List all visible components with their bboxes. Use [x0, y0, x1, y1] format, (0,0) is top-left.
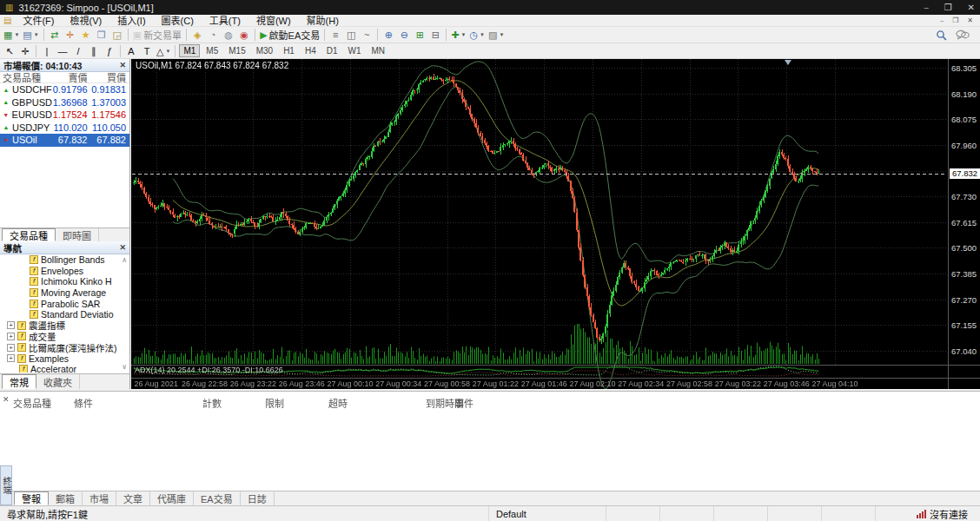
navigator-item-1[interactable]: fEnvelopes — [0, 266, 129, 277]
terminal-side-tab[interactable]: 終端 — [0, 465, 12, 505]
chart-shift-marker[interactable] — [785, 60, 791, 65]
arrows-button[interactable]: △▼ — [155, 44, 172, 58]
market-watch-tab-即時圖[interactable]: 即時圖 — [56, 228, 99, 241]
navigator-close-icon[interactable]: ✕ — [119, 243, 126, 252]
channel-button[interactable]: ∥ — [86, 44, 102, 58]
navigator-item-4[interactable]: fParabolic SAR — [0, 298, 129, 309]
window-list-button[interactable]: ❐ — [94, 28, 109, 42]
navigator-item-3[interactable]: fMoving Average — [0, 287, 129, 299]
market-watch-row-usdjpy[interactable]: ▲USDJPY110.020110.050 — [0, 122, 129, 135]
terminal-tab-文章[interactable]: 文章 — [116, 491, 150, 505]
bars-mode-button[interactable]: ≡ — [328, 28, 343, 42]
timeframe-d1[interactable]: D1 — [322, 44, 342, 57]
expand-icon[interactable]: + — [7, 321, 15, 329]
zoom-in-button[interactable]: ⊕ — [381, 28, 396, 42]
navigator-item-10[interactable]: fAccelerator — [0, 364, 129, 373]
timeframe-m15[interactable]: M15 — [224, 44, 249, 57]
horizontal-line-button[interactable]: — — [55, 44, 70, 58]
indicator-separator[interactable] — [131, 365, 980, 366]
navigator-item-6[interactable]: +f震盪指標 — [0, 320, 129, 332]
price-axis[interactable]: 68.30568.19068.07567.96067.84567.73067.6… — [948, 59, 980, 389]
candles-mode-button[interactable]: ◫ — [343, 28, 359, 42]
close-button[interactable]: ✕ — [968, 3, 975, 13]
navigator-item-9[interactable]: +fExamples — [0, 353, 129, 364]
restore-button[interactable]: ❐ — [944, 3, 952, 13]
templates-button[interactable]: ▨▼ — [487, 28, 506, 42]
periods-button[interactable]: ◷▼ — [467, 28, 487, 42]
zoom-out-button[interactable]: ⊖ — [396, 28, 412, 42]
scroll-down-icon[interactable]: ∨ — [122, 363, 127, 371]
price-chart[interactable] — [132, 59, 947, 389]
market-watch-row-usdchf[interactable]: ▲USDCHF0.917960.91831 — [0, 83, 129, 96]
accounts-button[interactable]: ◔ — [205, 28, 221, 42]
dropdown-caret-icon: ▼ — [34, 32, 39, 37]
text-button[interactable]: A — [123, 44, 139, 58]
timeframe-mn[interactable]: MN — [368, 44, 390, 57]
connection-status[interactable]: 沒有連接 — [917, 507, 980, 521]
expand-icon[interactable]: + — [7, 344, 15, 352]
text-label-button[interactable]: T — [139, 44, 155, 58]
tile-windows-button[interactable]: ⊞ — [412, 28, 427, 42]
time-label: 27 Aug 04:10 — [800, 379, 870, 388]
menu-item-6[interactable]: 幫助(H) — [299, 15, 347, 27]
market-watch-row-eurusd[interactable]: ▼EURUSD1.175241.17546 — [0, 109, 129, 122]
terminal-tab-市場[interactable]: 市場 — [83, 491, 116, 505]
terminal-tab-代碼庫[interactable]: 代碼庫 — [150, 491, 194, 505]
market-watch-row-usoil[interactable]: ▼USOil67.83267.882 — [0, 134, 129, 147]
child-minimize-button[interactable]: ⎯ — [940, 16, 944, 25]
cascade-windows-button[interactable]: ⊟ — [427, 28, 443, 42]
market-place-button[interactable]: ◉ — [236, 28, 252, 42]
child-close-button[interactable]: ✕ — [967, 16, 973, 25]
favorites-button[interactable]: ★ — [78, 28, 94, 42]
timeframe-m30[interactable]: M30 — [252, 44, 277, 57]
fibonacci-button[interactable]: ƒ — [102, 44, 117, 58]
navigator-tab-常規[interactable]: 常規 — [2, 374, 36, 389]
menu-item-5[interactable]: 視窗(W) — [248, 15, 299, 27]
timeframe-m1[interactable]: M1 — [179, 44, 200, 57]
trendline-button[interactable]: / — [70, 44, 86, 58]
cursor-button[interactable]: ↖ — [2, 44, 17, 58]
status-profile[interactable]: Default — [489, 506, 606, 521]
chart-shift-button[interactable]: ✛ — [63, 28, 78, 42]
child-restore-button[interactable]: ❐ — [952, 16, 958, 25]
minimize-button[interactable]: ⎯ — [924, 3, 929, 13]
market-watch-row-gbpusd[interactable]: ▲GBPUSD1.369681.37003 — [0, 96, 129, 109]
menu-item-2[interactable]: 插入(I) — [109, 15, 153, 27]
navigator-item-0[interactable]: fBollinger Bands — [0, 254, 129, 266]
expand-icon[interactable]: + — [7, 333, 15, 340]
crosshair-button[interactable]: ✛ — [17, 44, 33, 58]
ask-price: 1.37003 — [91, 97, 130, 108]
search-icon[interactable] — [936, 30, 947, 41]
history-center-button[interactable]: ◈ — [189, 28, 205, 42]
timeframe-m5[interactable]: M5 — [202, 44, 222, 57]
navigator-item-8[interactable]: +f比爾威廉(渾沌操作法) — [0, 342, 129, 353]
indicators-button[interactable]: ✚▼ — [449, 28, 467, 42]
menu-item-4[interactable]: 工具(T) — [202, 15, 248, 27]
community-chat-icon[interactable] — [956, 30, 970, 40]
terminal-tab-日誌[interactable]: 日誌 — [241, 491, 275, 505]
new-chart-button[interactable]: ▦▼ — [2, 28, 21, 42]
timeframe-h4[interactable]: H4 — [301, 44, 321, 57]
vertical-line-button[interactable]: | — [39, 44, 55, 58]
menu-item-1[interactable]: 檢視(V) — [63, 15, 110, 27]
market-watch-close-icon[interactable]: ✕ — [119, 61, 126, 69]
web-terminal-button[interactable]: ◍ — [221, 28, 236, 42]
terminal-close-icon[interactable]: ✕ — [3, 395, 10, 404]
terminal-tab-郵箱[interactable]: 郵箱 — [49, 491, 83, 505]
navigator-tab-收藏夾[interactable]: 收藏夾 — [36, 374, 80, 389]
terminal-tab-警報[interactable]: 警報 — [14, 491, 49, 505]
market-watch-tab-交易品種[interactable]: 交易品種 — [2, 228, 56, 241]
line-mode-button[interactable]: ~ — [359, 28, 374, 42]
navigator-item-2[interactable]: fIchimoku Kinko H — [0, 276, 129, 287]
zoom-window-button[interactable]: ◲ — [109, 28, 125, 42]
scroll-to-end-button[interactable]: ⇄ — [47, 28, 63, 42]
menu-item-0[interactable]: 文件(F) — [15, 15, 62, 27]
terminal-tab-EA交易[interactable]: EA交易 — [194, 491, 241, 505]
expand-icon[interactable]: + — [7, 354, 15, 362]
timeframe-w1[interactable]: W1 — [344, 44, 366, 57]
ea-trading-button[interactable]: ▶啟動EA交易 — [258, 28, 321, 42]
timeframe-h1[interactable]: H1 — [279, 44, 299, 57]
menu-item-3[interactable]: 圖表(C) — [154, 15, 202, 27]
scroll-up-icon[interactable]: ∧ — [122, 256, 127, 264]
profiles-button[interactable]: ▤▼ — [21, 28, 40, 42]
